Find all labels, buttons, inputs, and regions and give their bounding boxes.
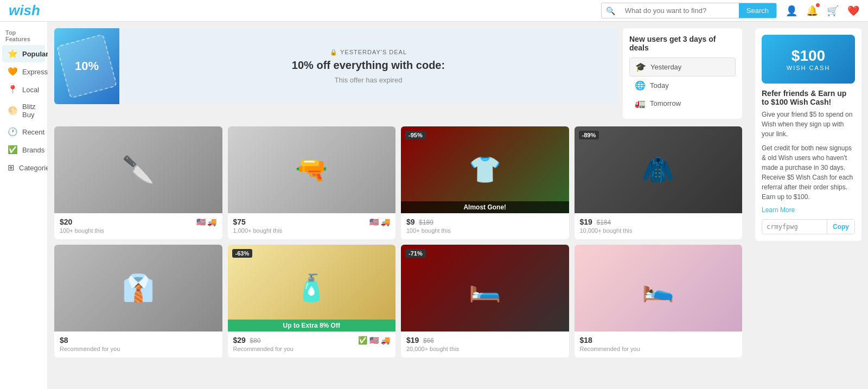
banner-subtitle: This offer has expired — [130, 76, 607, 84]
header: wish 🔍 Search 👤 🔔 🛒 ❤️ — [0, 0, 868, 22]
product-image: 🛌 — [575, 245, 743, 331]
product-card-bedding-pink[interactable]: 🛌 $18 Recommended for you — [575, 245, 743, 358]
product-price: $8 — [60, 336, 68, 345]
product-image-container: 🧥 -89% — [575, 126, 743, 213]
product-bought: 1,000+ bought this — [233, 227, 391, 234]
product-price: $19 — [580, 218, 592, 226]
deal-icon: 🚛 — [635, 98, 646, 109]
deal-option-tomorrow[interactable]: 🚛Tomorrow — [629, 94, 736, 112]
deal-option-today[interactable]: 🌐Today — [629, 76, 736, 94]
profile-icon[interactable]: 👤 — [786, 5, 797, 17]
product-card-shirts[interactable]: 👕 -95% Almost Gone! $9 $189 100+ bought … — [401, 126, 569, 239]
product-card-perfume[interactable]: 🧴 -63% Up to Extra 8% Off $29 $80 ✅ 🇺🇸 🚚… — [228, 245, 396, 358]
product-badge: -89% — [579, 131, 599, 139]
sidebar-item-label: Recent — [22, 128, 44, 136]
ticket-shape: 10% — [56, 34, 118, 99]
copy-button[interactable]: Copy — [827, 220, 854, 234]
deal-label: Tomorrow — [650, 99, 681, 107]
product-image-container: 👔 — [54, 245, 222, 331]
product-price-row: $8 — [60, 336, 217, 345]
referral-title: Refer friends & Earn up to $100 Wish Cas… — [762, 89, 855, 106]
sidebar-item-label: Brands — [22, 146, 44, 154]
deal-label: Today — [650, 81, 669, 90]
wish-cash-label: WISH CASH — [787, 65, 830, 71]
product-bought: Recommended for you — [233, 346, 391, 352]
wish-cash-banner: $100 WISH CASH — [762, 35, 855, 84]
wish-logo[interactable]: wish — [9, 2, 40, 19]
categories-icon: ⊞ — [8, 163, 15, 173]
cart-icon[interactable]: 🛒 — [827, 5, 839, 17]
lock-icon: 🔒 — [330, 49, 338, 56]
sidebar-item-blitzbuy[interactable]: 🌕Blitz Buy — [2, 99, 45, 123]
product-price-row: $18 — [580, 336, 737, 345]
product-card-bedding-red[interactable]: 🛏️ -71% $19 $66 20,000+ bought this — [401, 245, 569, 358]
product-info: $19 $66 20,000+ bought this — [401, 331, 569, 358]
product-flags: ✅ 🇺🇸 🚚 — [358, 336, 390, 345]
product-bought: 20,000+ bought this — [406, 346, 564, 352]
sidebar-item-express[interactable]: 🧡Express — [2, 63, 45, 80]
product-flags: 🇺🇸 🚚 — [196, 218, 217, 226]
main-layout: Top Features ⭐Popular🧡Express📍Local🌕Blit… — [0, 22, 868, 389]
product-card-tshirt[interactable]: 👔 $8 Recommended for you — [54, 245, 222, 358]
deal-icon: 🌐 — [635, 80, 646, 91]
sidebar-item-label: Express — [22, 68, 48, 76]
product-image: 👔 — [54, 245, 222, 331]
product-info: $20 🇺🇸 🚚 100+ bought this — [54, 213, 222, 239]
deal-label: Yesterday — [650, 63, 681, 71]
sidebar-item-label: Local — [22, 86, 39, 94]
product-badge: -63% — [232, 249, 253, 258]
banner-title: 10% off everything with code: — [130, 59, 607, 72]
sidebar-item-local[interactable]: 📍Local — [2, 81, 45, 98]
right-panel: $100 WISH CASH Refer friends & Earn up t… — [749, 22, 868, 389]
product-image-container: 🧴 -63% Up to Extra 8% Off — [228, 245, 396, 331]
blitzbuy-icon: 🌕 — [8, 106, 18, 116]
product-price-row: $20 🇺🇸 🚚 — [60, 218, 217, 226]
deal-option-yesterday[interactable]: 🎓Yesterday — [629, 58, 736, 76]
wishlist-icon[interactable]: ❤️ — [847, 5, 859, 17]
sidebar-title: Top Features — [0, 26, 47, 44]
search-input[interactable] — [620, 4, 739, 17]
product-price-row: $19 $66 — [406, 336, 564, 345]
sidebar-item-label: Popular — [22, 50, 48, 58]
old-price: $80 — [250, 337, 260, 345]
product-info: $19 $184 10,000+ bought this — [575, 213, 743, 239]
product-bought: 100+ bought this — [406, 227, 564, 234]
recent-icon: 🕐 — [8, 127, 18, 137]
old-price: $184 — [596, 219, 611, 226]
product-image: 🔫 — [228, 126, 396, 213]
referral-code-text: crmyfpwg — [762, 220, 827, 234]
product-bought: Recommended for you — [60, 346, 217, 352]
product-info: $75 🇺🇸 🚚 1,000+ bought this — [228, 213, 396, 239]
product-card-knives[interactable]: 🔪 $20 🇺🇸 🚚 100+ bought this — [54, 126, 222, 239]
search-button[interactable]: Search — [739, 3, 776, 18]
sidebar-item-categories[interactable]: ⊞Categories — [2, 159, 45, 176]
product-image: 👕 — [401, 126, 569, 213]
product-grid: 🔪 $20 🇺🇸 🚚 100+ bought this 🔫 $75 🇺� — [54, 126, 742, 358]
product-price: $19 — [406, 336, 419, 345]
sidebar-item-popular[interactable]: ⭐Popular — [2, 45, 45, 62]
old-price: $189 — [419, 219, 433, 226]
deals-panel: New users get 3 days of deals 🎓Yesterday… — [623, 28, 742, 119]
header-icons: 👤 🔔 🛒 ❤️ — [786, 5, 859, 17]
product-image-container: 🔫 — [228, 126, 396, 213]
product-image: 🧴 — [228, 245, 396, 331]
notification-icon[interactable]: 🔔 — [806, 5, 818, 17]
search-icon: 🔍 — [602, 7, 620, 15]
extra-discount-label: Up to Extra 8% Off — [228, 320, 396, 331]
deal-options: 🎓Yesterday🌐Today🚛Tomorrow — [629, 58, 736, 112]
product-card-tracksuit[interactable]: 🧥 -89% $19 $184 10,000+ bought this — [575, 126, 743, 239]
product-price-row: $9 $189 — [406, 218, 564, 226]
product-flags: 🇺🇸 🚚 — [369, 218, 390, 226]
product-badge: -95% — [405, 131, 426, 139]
verified-icon: ✅ — [358, 336, 367, 345]
product-card-gun[interactable]: 🔫 $75 🇺🇸 🚚 1,000+ bought this — [228, 126, 396, 239]
sidebar-nav: ⭐Popular🧡Express📍Local🌕Blitz Buy🕐Recent✅… — [0, 45, 47, 176]
sidebar-item-brands[interactable]: ✅Brands — [2, 141, 45, 158]
learn-more-link[interactable]: Learn More — [762, 206, 855, 214]
product-price: $75 — [233, 218, 246, 226]
product-badge: -71% — [405, 249, 426, 258]
banner-center: 🔒 YESTERDAY'S DEAL 10% off everything wi… — [119, 38, 617, 95]
product-image: 🧥 — [575, 126, 743, 213]
product-price-row: $19 $184 — [580, 218, 737, 226]
sidebar-item-recent[interactable]: 🕐Recent — [2, 123, 45, 141]
